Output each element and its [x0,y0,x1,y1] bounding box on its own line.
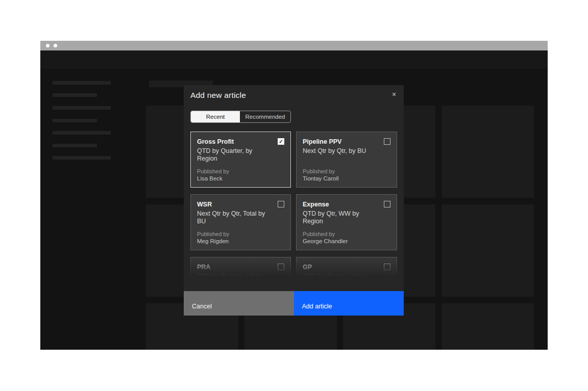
window-control-dot[interactable] [46,44,50,47]
cancel-button[interactable]: Cancel [184,291,294,316]
article-card-expense[interactable]: Expense QTD by Qtr, WW by Region Publish… [296,194,397,250]
skeleton-text-line [53,131,111,135]
article-subtitle: QTD by Quarter, by Region [197,147,284,163]
article-subtitle: QTD by Quarter, NA by BU [303,273,390,281]
app-header-bar [40,50,548,69]
published-by-label: Published by [303,168,339,175]
article-card-pra[interactable]: PRA QTD by Quarter, NA by Market [190,257,291,281]
window-control-dot[interactable] [54,44,57,47]
add-article-modal: Add new article × Recent Recommended Gro… [184,85,404,316]
published-block: Published by George Chandler [303,231,348,245]
checkbox-icon[interactable] [278,201,284,207]
tab-recent[interactable]: Recent [191,111,240,122]
published-by-label: Published by [197,231,229,238]
published-block: Published by Meg Rigden [197,231,229,245]
publisher-name: George Chandler [303,238,348,245]
article-title: GP [303,264,390,271]
skeleton-text-line [53,81,111,85]
checkbox-icon[interactable]: ✓ [278,138,284,145]
article-title: Expense [303,201,390,208]
skeleton-text-line [53,93,97,97]
checkbox-icon[interactable] [278,264,284,270]
background-tile [442,106,534,198]
skeleton-text-line [53,156,111,160]
article-card-wsr[interactable]: WSR Next Qtr by Qtr, Total by BU Publish… [190,194,291,250]
modal-footer: Cancel Add article [184,291,404,316]
article-subtitle: QTD by Qtr, WW by Region [303,210,390,225]
article-subtitle: Next Qtr by Qtr, by BU [303,147,390,155]
background-tile [442,303,534,350]
content-switcher: Recent Recommended [190,111,291,123]
article-title: Pipeline PPV [303,138,390,146]
background-tile [442,204,534,297]
modal-title: Add new article [190,91,246,100]
skeleton-text-line [53,144,97,147]
article-title: Gross Profit [197,138,284,146]
window-titlebar [40,41,548,50]
published-by-label: Published by [197,168,229,175]
article-subtitle: QTD by Quarter, NA by Market [197,273,284,281]
article-card-pipeline-ppv[interactable]: Pipeline PPV Next Qtr by Qtr, by BU Publ… [296,132,397,188]
article-list-viewport: Gross Profit QTD by Quarter, by Region ✓… [190,132,397,281]
skeleton-text-line [53,119,97,122]
add-article-button[interactable]: Add article [294,291,404,316]
checkbox-icon[interactable] [384,264,390,270]
skeleton-text-line [53,106,111,110]
article-grid: Gross Profit QTD by Quarter, by Region ✓… [190,132,397,281]
publisher-name: Meg Rigden [197,238,229,245]
published-block: Published by Tiontay Caroll [303,168,339,182]
article-title: PRA [197,264,284,271]
published-by-label: Published by [303,231,348,238]
close-icon[interactable]: × [387,87,401,101]
publisher-name: Tiontay Caroll [303,175,339,182]
article-card-gross-profit[interactable]: Gross Profit QTD by Quarter, by Region ✓… [190,132,291,188]
published-block: Published by Lisa Beck [197,168,229,182]
checkbox-icon[interactable] [384,138,390,145]
article-title: WSR [197,201,284,208]
publisher-name: Lisa Beck [197,175,229,182]
checkbox-icon[interactable] [384,201,390,207]
article-subtitle: Next Qtr by Qtr, Total by BU [197,210,284,225]
article-card-gp[interactable]: GP QTD by Quarter, NA by BU [296,257,397,281]
tab-recommended[interactable]: Recommended [240,111,290,122]
